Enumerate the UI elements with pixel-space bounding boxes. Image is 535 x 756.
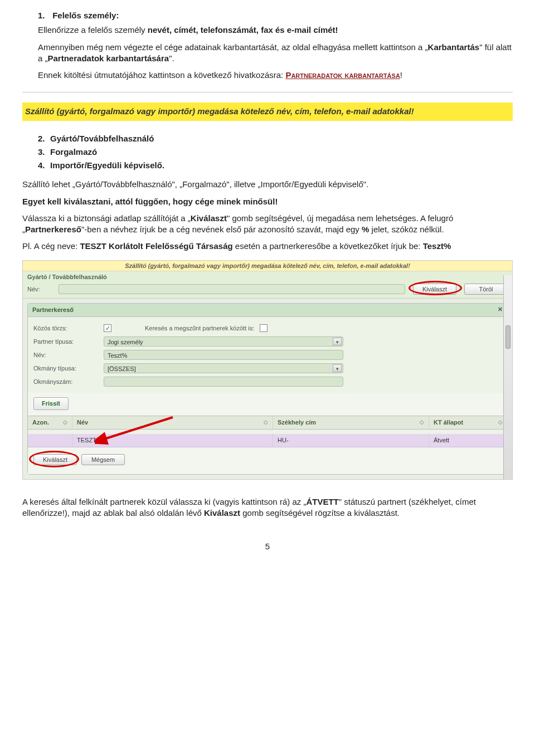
nev-input[interactable] bbox=[59, 284, 405, 294]
para-szallito-lehet: Szállító lehet „Gyártó/Továbbfelhasználó… bbox=[22, 179, 513, 190]
list-num-1: 1. bbox=[38, 10, 50, 21]
scrollbar-thumb[interactable] bbox=[505, 325, 510, 349]
txt: Jogi személy bbox=[108, 339, 143, 345]
txt: Amennyiben még nem végezte el cége adata… bbox=[38, 42, 428, 52]
kivalaszt-confirm-button[interactable]: Kiválaszt bbox=[33, 454, 77, 465]
para-egyet-kell: Egyet kell kiválasztani, attól függően, … bbox=[22, 196, 513, 207]
txt: Partnerkereső bbox=[32, 306, 74, 313]
txt: gomb segítségével rögzítse a kiválasztás… bbox=[240, 508, 400, 518]
chevron-down-icon[interactable]: ▾ bbox=[333, 364, 342, 372]
app-warning-strip: Szállító (gyártó, forgalmazó vagy import… bbox=[23, 261, 512, 272]
search-form: Közös törzs: ✓ Keresés a megszűnt partne… bbox=[28, 317, 507, 393]
label-nev: Név: bbox=[33, 351, 104, 359]
torol-button[interactable]: Töröl bbox=[464, 284, 508, 295]
close-icon[interactable]: ✕ bbox=[498, 305, 503, 314]
txt: ! bbox=[400, 70, 402, 80]
label-partner-tipus: Partner típusa: bbox=[33, 338, 104, 346]
table-row[interactable]: TESZT HU- Átvett bbox=[28, 434, 507, 447]
col-szekhely[interactable]: Székhely cím◇ bbox=[273, 416, 429, 429]
cell-azon bbox=[28, 434, 72, 447]
section1-title: Felelős személy: bbox=[52, 11, 119, 20]
label-megszunt: Keresés a megszűnt partnerek között is: bbox=[145, 324, 254, 333]
link-partneradatok[interactable]: Partneradatok karbantartása bbox=[285, 70, 400, 80]
txt: ". bbox=[169, 53, 174, 63]
txt: Ennek kitöltési útmutatójához kattintson… bbox=[38, 70, 285, 80]
chevron-down-icon[interactable]: ▾ bbox=[333, 338, 342, 345]
page-number: 5 bbox=[22, 541, 513, 552]
txt: Ellenőrizze a felelős személy bbox=[38, 25, 148, 35]
para-check-felelos: Ellenőrizze a felelős személy nevét, cím… bbox=[38, 25, 513, 36]
col-nev[interactable]: Név◇ bbox=[72, 416, 273, 429]
para-pelda: Pl. A cég neve: TESZT Korlátolt Felelőss… bbox=[22, 241, 513, 252]
sort-icon: ◇ bbox=[498, 418, 503, 426]
col-kt-allapot[interactable]: KT állapot◇ bbox=[429, 416, 507, 429]
scrollbar[interactable] bbox=[503, 275, 512, 479]
list-num-3: 3. bbox=[38, 147, 50, 158]
item-forgalmazo: Forgalmazó bbox=[50, 147, 97, 157]
para-closing: A keresés által felkínált partnerek közü… bbox=[22, 496, 513, 519]
app-panel: Szállító (gyártó, forgalmazó vagy import… bbox=[22, 260, 513, 480]
sort-icon: ◇ bbox=[63, 418, 67, 426]
txt: Válassza ki a biztonsági adatlap szállít… bbox=[22, 213, 191, 223]
txt: % bbox=[362, 225, 369, 234]
list-num-2: 2. bbox=[38, 133, 50, 144]
select-okmany-tipus[interactable]: [ÖSSZES] ▾ bbox=[104, 363, 343, 373]
list-num-4: 4. bbox=[38, 160, 50, 171]
txt: TESZT Korlátolt Felelősségű Társaság bbox=[80, 241, 232, 251]
partnerkereso-panel: Partnerkereső ✕ Közös törzs: ✓ Keresés a… bbox=[27, 303, 508, 474]
txt: Partnerkereső bbox=[25, 225, 81, 234]
sort-icon: ◇ bbox=[264, 418, 268, 426]
txt: [ÖSSZES] bbox=[108, 365, 136, 372]
para-valassza-ki: Válassza ki a biztonsági adatlap szállít… bbox=[22, 213, 513, 236]
label-okmanyszam: Okmányszám: bbox=[33, 378, 104, 386]
txt: Kiválaszt bbox=[191, 213, 227, 223]
txt: Teszt% bbox=[108, 352, 127, 359]
txt: ÁTVETT bbox=[306, 497, 338, 506]
megsem-button[interactable]: Mégsem bbox=[81, 454, 125, 465]
checkbox-megszunt[interactable] bbox=[260, 324, 268, 332]
para-link: Ennek kitöltési útmutatójához kattintson… bbox=[38, 70, 513, 81]
txt: Pl. A cég neve: bbox=[22, 241, 80, 251]
sort-icon: ◇ bbox=[420, 418, 424, 426]
nev-label: Név: bbox=[27, 285, 54, 294]
txt: Kiválaszt bbox=[204, 508, 240, 518]
kivalaszt-button[interactable]: Kiválaszt bbox=[413, 284, 456, 295]
input-nev[interactable]: Teszt% bbox=[104, 350, 343, 360]
grid-header: Azon.◇ Név◇ Székhely cím◇ KT állapot◇ bbox=[28, 416, 507, 430]
nev-row: Név: Kiválaszt Töröl bbox=[23, 281, 512, 299]
para-karbantartas: Amennyiben még nem végezte el cége adata… bbox=[38, 42, 513, 65]
col-azon[interactable]: Azon.◇ bbox=[28, 416, 72, 429]
label-kozos-torzs: Közös törzs: bbox=[33, 324, 104, 333]
item-importor: Importőr/Egyedüli képviselő. bbox=[50, 160, 164, 170]
section-header-gyarto: Gyártó / Továbbfelhasználó bbox=[23, 271, 512, 281]
select-partner-tipus[interactable]: Jogi személy ▾ bbox=[104, 336, 343, 347]
partnerkereso-title: Partnerkereső ✕ bbox=[28, 304, 507, 317]
frissit-button[interactable]: Frissít bbox=[33, 397, 69, 410]
txt: Teszt% bbox=[423, 241, 451, 251]
input-okmanyszam[interactable] bbox=[104, 377, 343, 387]
checkbox-kozos-torzs[interactable]: ✓ bbox=[104, 324, 111, 332]
dialog-button-row: Kiválaszt Mégsem bbox=[28, 447, 507, 474]
txt: Karbantartás bbox=[428, 42, 480, 52]
txt: "-ben a névhez írjuk be a cég nevének el… bbox=[81, 225, 362, 234]
cell-szekhely: HU- bbox=[273, 434, 429, 447]
warning-bar: Szállító (gyártó, forgalmazó vagy import… bbox=[22, 103, 513, 120]
cell-nev: TESZT bbox=[72, 434, 273, 447]
txt: nevét, címét, telefonszámát, fax és e-ma… bbox=[148, 25, 338, 35]
label-okmany-tipus: Okmány típusa: bbox=[33, 364, 104, 373]
divider bbox=[22, 92, 513, 92]
txt: A keresés által felkínált partnerek közü… bbox=[22, 497, 306, 506]
txt: Partneradatok karbantartására bbox=[48, 53, 169, 63]
cell-kt: Átvett bbox=[429, 434, 507, 447]
txt: jelet, szóköz nélkül. bbox=[369, 225, 444, 234]
txt: esetén a partnerkeresőbe a következőket … bbox=[233, 241, 423, 251]
item-gyarto: Gyártó/Továbbfelhasználó bbox=[50, 134, 154, 143]
